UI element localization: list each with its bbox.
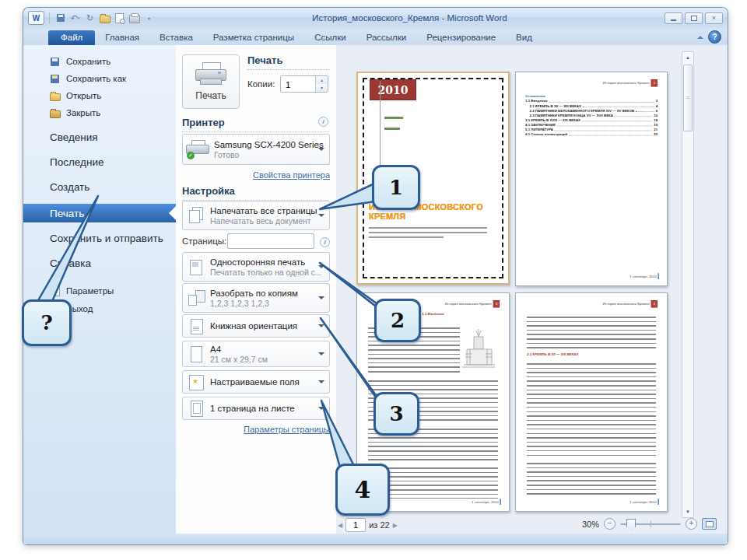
pages-input[interactable] [227,233,314,249]
open-icon[interactable] [99,12,110,24]
setting-paper-size[interactable]: A421 см x 29,7 см [182,341,330,367]
ribbon-tab-row: Файл Главная Вставка Разметка страницы С… [23,28,728,45]
author-line [384,128,400,130]
body-text-block [527,317,656,349]
pages-row: Страницы: i [182,233,330,250]
window-controls: × [665,12,723,24]
tab-home[interactable]: Главная [95,30,149,45]
previous-page-icon[interactable]: ◀ [338,522,342,529]
copies-input[interactable] [284,77,315,93]
zoom-in-icon[interactable]: + [686,518,697,530]
toc-entry: 2.1 КРЕМЛЬ В XII — XIII ВЕКАХ4 [525,104,658,108]
copies-stepper: ▲ ▼ [280,75,328,93]
kremlin-sketch [461,327,496,369]
page-header: История московского Кремля [603,302,650,306]
next-page-icon[interactable]: ▶ [393,522,398,529]
one-sided-icon [186,257,206,277]
sidebar-item-print-selected[interactable]: Печать [23,204,176,222]
print-preview-icon[interactable] [114,12,125,24]
sidebar-item-open[interactable]: Открыть [23,87,176,104]
setting-print-range[interactable]: Напечатать все страницыНапечатать весь д… [182,201,330,230]
printer-device-icon: ✓ [186,139,209,159]
tab-mailings[interactable]: Рассылки [356,30,417,45]
footer-bar [658,273,659,279]
zoom-slider-handle[interactable] [626,519,636,531]
tab-page-layout[interactable]: Разметка страницы [203,30,304,45]
setting-orientation[interactable]: Книжная ориентация [182,314,330,338]
printer-selector[interactable]: ✓ Samsung SCX-4200 Series Готово [182,134,330,165]
page-footer: 1 сентября, 2010 [630,500,657,504]
pages-label: Страницы: [182,236,226,246]
sidebar-item-info[interactable]: Сведения [23,128,176,146]
setting-pages-per-sheet[interactable]: 1 страница на листе [182,397,330,420]
preview-page-2: История московского Кремля2 Оглавление 1… [515,72,668,286]
page-header: История московского Кремля [603,81,650,85]
zoom-slider[interactable] [620,519,681,530]
chevron-down-icon [318,148,324,151]
body-text-block [527,463,656,497]
printer-properties-link[interactable]: Свойства принтера [253,170,330,180]
printer-icon [195,62,226,86]
scrollbar-thumb[interactable] [683,65,693,131]
setting-duplex[interactable]: Односторонняя печатьПечатать только на о… [182,252,330,282]
page-footer: 1 сентября, 2010 [472,500,499,504]
tab-review[interactable]: Рецензирование [416,30,506,45]
zoom-out-icon[interactable]: − [604,518,615,530]
save-icon [50,57,60,67]
sidebar-item-options[interactable]: Параметры [23,282,176,299]
paper-size-icon [186,344,206,364]
preview-scrollbar[interactable]: ▲ ▼ [682,51,694,518]
pages-info-icon[interactable]: i [320,237,330,247]
year-box: 2010 [370,79,416,100]
save-icon[interactable] [54,12,66,24]
tab-insert[interactable]: Вставка [149,30,203,45]
scroll-up-icon[interactable]: ▲ [682,52,693,63]
word-logo-icon[interactable]: W [28,11,44,25]
sidebar-item-recent[interactable]: Последние [23,152,176,171]
section-heading: 1.1 Введение [422,312,444,316]
chevron-down-icon [318,407,324,410]
minimize-button[interactable] [665,12,682,24]
save-as-icon [50,74,60,84]
copies-spin-buttons: ▲ ▼ [315,76,328,92]
tab-view[interactable]: Вид [506,30,542,45]
help-button[interactable]: ? [708,30,721,44]
quick-print-icon[interactable] [128,12,140,24]
sidebar-item-close[interactable]: Закрыть [23,104,176,121]
spin-up-icon[interactable]: ▲ [316,76,328,84]
customize-qat-icon[interactable]: ▾ [143,12,155,24]
current-page-input[interactable] [345,518,366,532]
minimize-ribbon-icon[interactable] [697,36,703,39]
table-of-contents: Оглавление 1.1 Введение3 2.1 КРЕМЛЬ В XI… [525,94,658,137]
settings-section-header: Настройка [182,185,328,201]
sidebar-item-save[interactable]: Сохранить [23,53,176,70]
toc-entry: 2.2 ПАМЯТНИКИ БЕЛОКАМЕННОГО КРЕМЛЯ XIV —… [525,109,658,113]
margins-icon [186,372,206,392]
close-folder-icon [50,108,60,118]
printer-info-icon[interactable]: i [318,117,328,127]
open-folder-icon [50,91,60,101]
tab-file[interactable]: Файл [48,30,95,45]
print-button[interactable]: Печать [182,54,240,109]
annotation-line [369,232,487,233]
spin-down-icon[interactable]: ▼ [316,84,328,92]
tab-references[interactable]: Ссылки [304,30,356,45]
setting-collate[interactable]: Разобрать по копиям1,2,3 1,2,3 1,2,3 [182,283,330,313]
scroll-down-icon[interactable]: ▼ [682,506,693,517]
page-setup-link[interactable]: Параметры страницы [244,425,330,434]
sidebar-item-save-as[interactable]: Сохранить как [23,70,176,87]
sidebar-item-new[interactable]: Создать [23,177,176,196]
page-total-label: из 22 [369,520,389,530]
callout-3: 3 [374,392,419,436]
sidebar-item-help[interactable]: Справка [23,254,176,272]
restore-button[interactable] [685,12,703,24]
close-button[interactable]: × [705,12,723,24]
redo-icon[interactable]: ↻ [84,12,96,24]
setting-margins[interactable]: Настраиваемые поля [182,370,330,394]
zoom-to-page-icon[interactable] [702,518,717,530]
page-number-badge: 2 [651,79,658,86]
undo-icon[interactable]: ↶▾ [69,12,81,24]
portrait-icon [186,316,206,336]
sidebar-item-save-send[interactable]: Сохранить и отправить [23,229,176,247]
preview-nav-bar: ◀ из 22 ▶ 30% − + [336,518,728,534]
